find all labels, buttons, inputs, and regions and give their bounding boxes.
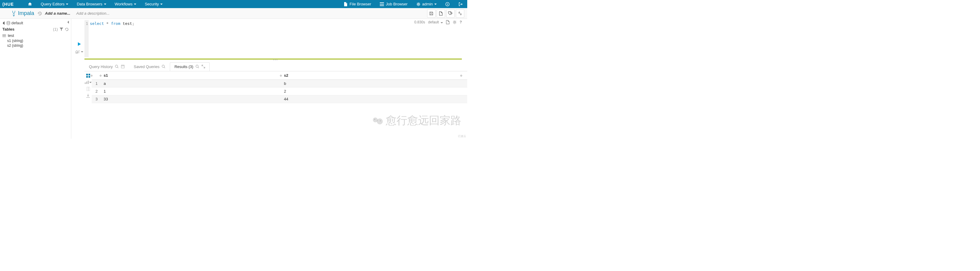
caret-down-icon — [434, 3, 437, 5]
table-row[interactable]: 1 a b — [92, 80, 467, 88]
svg-text:(HUE: (HUE — [2, 2, 14, 6]
column-type: (string) — [12, 43, 23, 48]
column-header-s2[interactable]: ◆s2 — [281, 71, 461, 80]
svg-rect-17 — [88, 74, 90, 75]
column-label: s2 — [284, 73, 288, 78]
explain-button[interactable] — [75, 50, 83, 54]
main-area: default Tables (1) test s1 (string) — [0, 19, 467, 139]
table-header-row: ◆ ◆s1 ◆s2 ◆ — [92, 71, 467, 80]
sql-code: select * from test; — [90, 21, 134, 27]
table-entry-test[interactable]: test — [2, 33, 68, 38]
new-button[interactable] — [437, 9, 445, 18]
nav-label: Data Browsers — [77, 2, 102, 6]
nav-home[interactable] — [23, 0, 37, 8]
expand-icon[interactable] — [202, 65, 205, 69]
column-name: s1 — [7, 39, 11, 43]
nav-data-browsers[interactable]: Data Browsers — [73, 0, 110, 8]
back-icon[interactable] — [2, 21, 5, 25]
tab-saved-queries[interactable]: Saved Queries — [129, 62, 170, 71]
list-icon — [379, 2, 384, 6]
caret-down-icon — [66, 3, 68, 5]
table-icon — [2, 34, 6, 37]
sql-editor[interactable]: 1 select * from test; — [84, 20, 467, 57]
tables-label: Tables — [2, 27, 14, 32]
nav-label: Query Editors — [41, 2, 64, 6]
svg-point-26 — [374, 119, 375, 120]
sql-token: ; — [132, 21, 134, 26]
tags-button[interactable] — [446, 9, 455, 18]
table-row[interactable]: 3 33 44 — [92, 95, 467, 103]
engine-label: Impala — [11, 10, 34, 17]
search-icon[interactable] — [162, 65, 165, 69]
tab-query-history[interactable]: Query History — [84, 62, 129, 71]
svg-rect-18 — [86, 76, 88, 78]
svg-point-4 — [417, 3, 419, 5]
nav-query-editors[interactable]: Query Editors — [37, 0, 73, 8]
grid-view-icon[interactable] — [86, 74, 90, 78]
nav-security[interactable]: Security — [140, 0, 167, 8]
table-row[interactable]: 2 1 2 — [92, 88, 467, 95]
nav-job-browser[interactable]: Job Browser — [375, 0, 412, 8]
clear-history-icon[interactable] — [121, 65, 125, 69]
nav-label: File Browser — [350, 2, 371, 6]
collapse-sidebar-button[interactable] — [67, 20, 70, 24]
nav-label: Security — [145, 2, 159, 6]
svg-point-14 — [162, 65, 164, 67]
svg-rect-2 — [380, 4, 384, 5]
nav-file-browser[interactable]: File Browser — [339, 0, 375, 8]
watermark-text: 愈行愈远回家路 — [386, 113, 461, 128]
signout-icon — [458, 2, 463, 6]
nav-workflows[interactable]: Workflows — [111, 0, 141, 8]
home-icon — [27, 2, 32, 6]
caret-down-icon — [134, 3, 136, 5]
cogs-icon — [416, 2, 421, 6]
brand-logo[interactable]: (HUE — [0, 2, 23, 6]
notebook-name-input[interactable]: Add a name... — [45, 11, 70, 16]
tab-label: Query History — [89, 64, 113, 69]
tab-results[interactable]: Results (3) — [170, 62, 210, 71]
column-name: s2 — [7, 43, 11, 48]
settings-button[interactable] — [456, 9, 464, 18]
editor-content: 0.830s default ? 1 — [71, 19, 467, 139]
column-type: (string) — [12, 39, 23, 43]
refresh-icon[interactable] — [65, 27, 68, 31]
sort-icon: ◆ — [91, 74, 93, 77]
download-icon[interactable] — [86, 94, 90, 98]
history-icon[interactable] — [38, 11, 42, 16]
svg-point-12 — [115, 65, 118, 67]
column-entry[interactable]: s1 (string) — [2, 38, 68, 43]
nav-help[interactable]: ? — [441, 0, 454, 8]
svg-rect-10 — [2, 34, 6, 37]
run-button[interactable] — [77, 41, 81, 46]
nav-label: Job Browser — [386, 2, 407, 6]
search-icon[interactable] — [115, 65, 119, 69]
columns-icon[interactable] — [87, 87, 90, 91]
svg-point-25 — [377, 118, 383, 124]
drag-handle-icon[interactable]: ••• — [273, 58, 278, 61]
corner-mark: 亿速云 — [458, 134, 466, 138]
nav-label: admin — [422, 2, 433, 6]
filter-icon[interactable] — [60, 27, 63, 31]
save-button[interactable] — [427, 9, 436, 18]
database-breadcrumb[interactable]: default — [2, 21, 68, 25]
top-nav: (HUE Query Editors Data Browsers Workflo… — [0, 0, 467, 8]
search-icon[interactable] — [196, 65, 199, 69]
chart-view-icon[interactable] — [85, 81, 92, 84]
column-header-s1[interactable]: ◆s1 — [101, 71, 281, 80]
svg-rect-21 — [86, 81, 87, 84]
table-name: test — [8, 33, 14, 38]
column-entry[interactable]: s2 (string) — [2, 43, 68, 48]
caret-down-icon — [89, 82, 92, 83]
nav-admin[interactable]: admin — [412, 0, 441, 8]
file-icon — [343, 2, 348, 6]
help-icon: ? — [445, 2, 450, 6]
svg-rect-13 — [121, 65, 124, 68]
column-header-extra[interactable]: ◆ — [461, 71, 467, 80]
row-number: 1 — [92, 80, 101, 88]
nav-signout[interactable] — [454, 0, 467, 8]
notebook-desc-input[interactable]: Add a description... — [76, 11, 110, 16]
editor-header: Impala Add a name... Add a description..… — [0, 8, 467, 19]
sql-token: * — [106, 21, 109, 26]
cell: a — [101, 80, 281, 88]
cell: 44 — [281, 95, 461, 103]
